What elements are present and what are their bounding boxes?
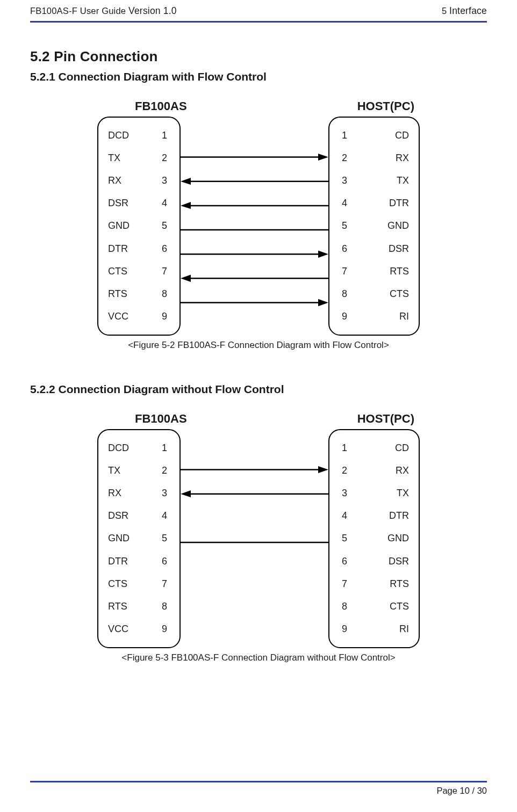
pin-label: RX <box>108 175 121 186</box>
pin-number: 4 <box>339 510 350 521</box>
svg-marker-12 <box>318 299 328 306</box>
pin-number: 8 <box>159 288 170 300</box>
device-label-host: HOST(PC) <box>357 412 414 426</box>
pin-number: 8 <box>159 601 170 612</box>
pin-number: 1 <box>339 130 350 141</box>
pin-row: CTS7 <box>108 573 170 595</box>
pin-number: 2 <box>159 465 170 476</box>
pin-row: 1CD <box>339 437 409 459</box>
pin-number: 3 <box>159 488 170 499</box>
device-label-host: HOST(PC) <box>357 99 414 113</box>
header-right: 5 Interface <box>442 5 487 17</box>
pin-row: 2RX <box>339 147 409 169</box>
page-number: Page 10 / 30 <box>30 786 487 796</box>
pin-row: VCC9 <box>108 306 170 328</box>
figure-caption: <Figure 5-2 FB100AS-F Connection Diagram… <box>97 340 420 351</box>
pin-row: DCD1 <box>108 125 170 146</box>
pin-number: 8 <box>339 601 350 612</box>
pin-row: DCD1 <box>108 437 170 459</box>
pin-number: 9 <box>339 624 350 635</box>
pin-row: 9RI <box>339 306 409 328</box>
pin-number: 9 <box>159 311 170 322</box>
pin-label: GND <box>108 220 130 231</box>
figure-5-3: FB100AS HOST(PC) DCD1 TX2 RX3 DSR4 GND5 … <box>97 412 420 663</box>
pin-number: 9 <box>339 311 350 322</box>
svg-marker-5 <box>181 202 191 209</box>
figure-caption: <Figure 5-3 FB100AS-F Connection Diagram… <box>97 653 420 663</box>
pin-number: 7 <box>339 578 350 590</box>
device-label-fb: FB100AS <box>135 412 187 426</box>
pin-number: 1 <box>159 443 170 454</box>
pin-label: TX <box>108 465 120 476</box>
diagram-without-flow: DCD1 TX2 RX3 DSR4 GND5 DTR6 CTS7 RTS8 VC… <box>97 429 420 648</box>
pin-label: GND <box>387 220 409 231</box>
pin-label: DSR <box>108 510 128 521</box>
pin-label: CD <box>395 443 409 454</box>
doc-version: Version 1.0 <box>128 5 177 16</box>
pin-row: RX3 <box>108 483 170 504</box>
pin-row: 3TX <box>339 483 409 504</box>
pin-label: DTR <box>108 243 128 255</box>
pin-label: RX <box>396 153 409 164</box>
figure-5-2: FB100AS HOST(PC) DCD1 TX2 RX3 DSR4 GND5 … <box>97 99 420 351</box>
pin-number: 2 <box>339 465 350 476</box>
svg-marker-14 <box>318 466 328 473</box>
svg-marker-8 <box>318 251 328 258</box>
pin-label: RX <box>108 488 121 499</box>
pin-number: 5 <box>159 220 170 231</box>
pin-label: RTS <box>390 266 409 277</box>
pin-number: 6 <box>339 556 350 567</box>
header-rule <box>30 21 487 23</box>
pin-row: GND5 <box>108 528 170 549</box>
fb-pin-box: DCD1 TX2 RX3 DSR4 GND5 DTR6 CTS7 RTS8 VC… <box>97 429 181 648</box>
chapter-number: 5 <box>442 6 449 16</box>
pin-label: VCC <box>108 311 128 322</box>
figure-device-titles: FB100AS HOST(PC) <box>97 412 420 429</box>
pin-label: DSR <box>389 243 409 255</box>
pin-number: 5 <box>159 533 170 544</box>
figure-device-titles: FB100AS HOST(PC) <box>97 99 420 117</box>
diagram-with-flow: DCD1 TX2 RX3 DSR4 GND5 DTR6 CTS7 RTS8 VC… <box>97 117 420 336</box>
pin-row: TX2 <box>108 147 170 169</box>
pin-row: DSR4 <box>108 193 170 214</box>
pin-label: CTS <box>108 578 127 590</box>
subsection-heading-1: 5.2.1 Connection Diagram with Flow Contr… <box>30 70 487 83</box>
pin-label: CTS <box>108 266 127 277</box>
pin-row: 1CD <box>339 125 409 146</box>
header-left: FB100AS-F User Guide Version 1.0 <box>30 5 177 17</box>
svg-marker-10 <box>181 275 191 282</box>
pin-row: RTS8 <box>108 596 170 618</box>
pin-label: GND <box>108 533 130 544</box>
svg-marker-3 <box>181 178 191 185</box>
pin-row: DTR6 <box>108 550 170 572</box>
pin-row: 7RTS <box>339 573 409 595</box>
pin-label: TX <box>397 175 409 186</box>
page-header: FB100AS-F User Guide Version 1.0 5 Inter… <box>30 5 487 20</box>
pin-number: 6 <box>159 556 170 567</box>
pin-row: VCC9 <box>108 619 170 640</box>
pin-label: DTR <box>389 510 409 521</box>
pin-number: 7 <box>339 266 350 277</box>
device-label-fb: FB100AS <box>135 99 187 113</box>
pin-label: GND <box>387 533 409 544</box>
pin-label: DSR <box>108 198 128 209</box>
pin-number: 7 <box>159 578 170 590</box>
pin-number: 2 <box>339 153 350 164</box>
pin-label: CTS <box>390 288 409 300</box>
pin-row: 6DSR <box>339 550 409 572</box>
pin-label: RTS <box>108 288 127 300</box>
chapter-title: Interface <box>449 5 487 16</box>
pin-row: GND5 <box>108 215 170 237</box>
pin-number: 4 <box>159 198 170 209</box>
pin-label: RX <box>396 465 409 476</box>
pin-row: RTS8 <box>108 284 170 305</box>
host-pin-box: 1CD 2RX 3TX 4DTR 5GND 6DSR 7RTS 8CTS 9RI <box>328 117 420 336</box>
pin-label: CD <box>395 130 409 141</box>
host-pin-box: 1CD 2RX 3TX 4DTR 5GND 6DSR 7RTS 8CTS 9RI <box>328 429 420 648</box>
pin-number: 1 <box>339 443 350 454</box>
pin-number: 2 <box>159 153 170 164</box>
pin-row: CTS7 <box>108 260 170 282</box>
pin-row: 2RX <box>339 460 409 481</box>
pin-row: 3TX <box>339 170 409 192</box>
pin-number: 5 <box>339 533 350 544</box>
